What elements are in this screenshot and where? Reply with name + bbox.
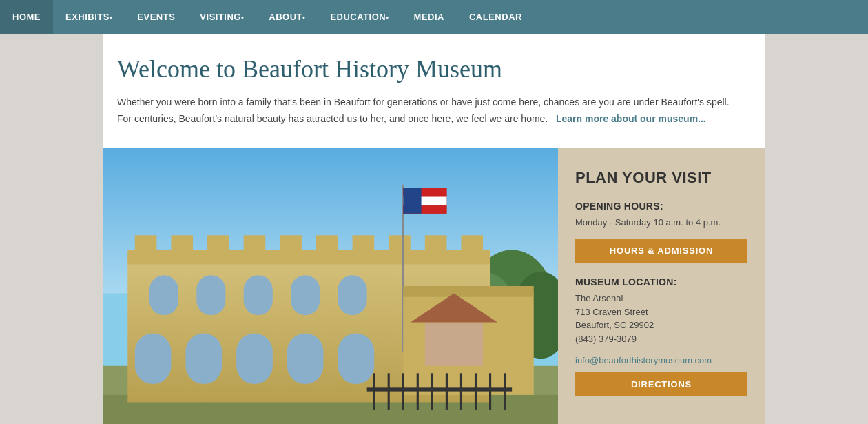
- svg-rect-22: [244, 275, 273, 315]
- svg-rect-10: [135, 235, 157, 257]
- nav-exhibits[interactable]: EXHIBITS: [53, 0, 125, 34]
- svg-rect-24: [338, 275, 367, 315]
- svg-rect-14: [280, 235, 302, 257]
- welcome-section: Welcome to Beaufort History Museum Wheth…: [103, 34, 765, 148]
- svg-rect-35: [403, 188, 421, 213]
- svg-rect-19: [461, 235, 483, 257]
- svg-rect-13: [244, 235, 266, 257]
- plan-visit-panel: PLAN YOUR VISIT OPENING HOURS: Monday - …: [558, 148, 765, 424]
- main-nav: HOME EXHIBITS EVENTS VISITING ABOUT EDUC…: [0, 0, 868, 34]
- svg-rect-28: [287, 333, 324, 384]
- nav-media[interactable]: MEDIA: [402, 0, 457, 34]
- opening-hours-value: Monday - Saturday 10 a.m. to 4 p.m.: [575, 216, 747, 230]
- museum-building-image: [103, 148, 558, 424]
- svg-rect-38: [425, 322, 483, 365]
- svg-rect-37: [403, 286, 533, 297]
- svg-rect-29: [338, 333, 375, 384]
- svg-rect-26: [185, 333, 222, 384]
- plan-visit-title: PLAN YOUR VISIT: [575, 169, 747, 187]
- museum-location-value: The Arsenal 713 Craven Street Beaufort, …: [575, 292, 747, 345]
- welcome-body: Whether you were born into a family that…: [117, 94, 737, 128]
- svg-rect-11: [171, 235, 193, 257]
- hours-admission-button[interactable]: HOURS & ADMISSION: [575, 239, 747, 263]
- svg-rect-18: [425, 235, 447, 257]
- nav-visiting[interactable]: VISITING: [187, 0, 256, 34]
- nav-home[interactable]: HOME: [0, 0, 53, 34]
- svg-rect-12: [207, 235, 229, 257]
- directions-button[interactable]: DIRECTIONS: [575, 372, 747, 396]
- learn-more-link[interactable]: Learn more about our museum...: [556, 113, 706, 124]
- nav-calendar[interactable]: CALENDAR: [457, 0, 535, 34]
- opening-hours-label: OPENING HOURS:: [575, 201, 747, 212]
- nav-education[interactable]: EDUCATION: [318, 0, 401, 34]
- svg-rect-16: [353, 235, 375, 257]
- svg-rect-25: [135, 333, 172, 384]
- svg-rect-20: [149, 275, 178, 315]
- lower-section: PLAN YOUR VISIT OPENING HOURS: Monday - …: [103, 148, 765, 424]
- email-link[interactable]: info@beauforthistorymuseum.com: [575, 355, 747, 365]
- nav-events[interactable]: EVENTS: [125, 0, 187, 34]
- svg-rect-15: [316, 235, 338, 257]
- svg-rect-21: [196, 275, 225, 315]
- svg-rect-23: [291, 275, 320, 315]
- nav-about[interactable]: ABOUT: [256, 0, 318, 34]
- museum-image-area: [103, 148, 558, 424]
- museum-location-label: MUSEUM LOCATION:: [575, 276, 747, 287]
- svg-rect-17: [389, 235, 411, 257]
- svg-rect-27: [236, 333, 273, 384]
- page-title: Welcome to Beaufort History Museum: [117, 54, 737, 83]
